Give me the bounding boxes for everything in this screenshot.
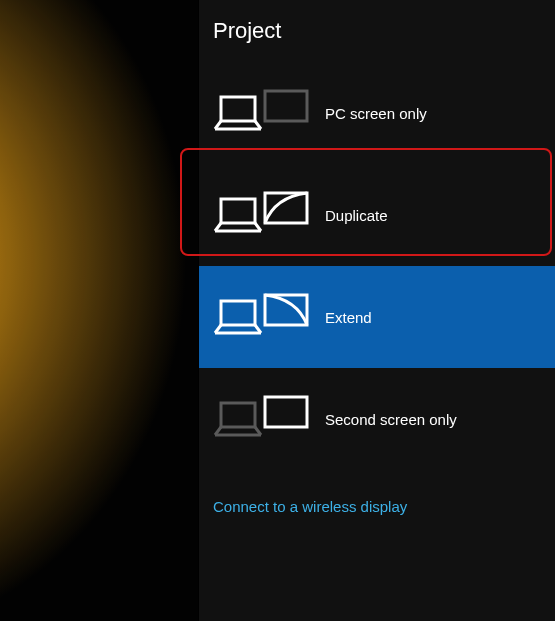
svg-rect-19 [265, 397, 307, 427]
svg-rect-5 [221, 199, 255, 223]
option-label: PC screen only [325, 105, 427, 122]
option-second-screen-only[interactable]: Second screen only [199, 368, 555, 470]
connect-wireless-display-link[interactable]: Connect to a wireless display [213, 498, 407, 515]
pc-screen-only-icon [215, 91, 310, 135]
svg-rect-15 [221, 403, 255, 427]
svg-rect-4 [265, 91, 307, 121]
svg-rect-10 [221, 301, 255, 325]
project-panel: Project PC screen only [198, 0, 555, 621]
option-extend[interactable]: Extend [199, 266, 555, 368]
option-label: Extend [325, 309, 372, 326]
duplicate-icon [215, 193, 310, 237]
option-label: Duplicate [325, 207, 388, 224]
panel-title: Project [199, 0, 555, 62]
svg-rect-0 [221, 97, 255, 121]
option-label: Second screen only [325, 411, 457, 428]
second-screen-only-icon [215, 397, 310, 441]
extend-icon [215, 295, 310, 339]
option-duplicate[interactable]: Duplicate [199, 164, 555, 266]
option-pc-screen-only[interactable]: PC screen only [199, 62, 555, 164]
